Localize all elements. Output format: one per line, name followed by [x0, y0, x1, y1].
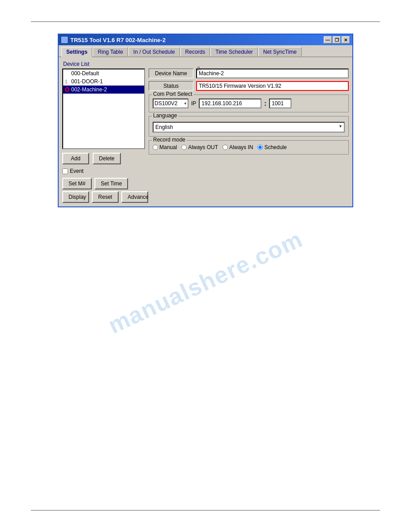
event-label: Event [70, 168, 84, 174]
device-item-0[interactable]: 000-Default [63, 69, 144, 77]
com-port-group-label: Com Port Select [152, 91, 193, 97]
radio-manual[interactable]: Manual [153, 144, 177, 150]
window-icon [61, 37, 68, 43]
tab-bar: Settings Ring Table In / Out Schedule Re… [59, 45, 352, 57]
display-button[interactable]: Display [62, 191, 89, 203]
record-mode-group: Record mode Manual Always OUT [149, 140, 349, 154]
ip-label: IP [191, 100, 196, 107]
device-name-label: Device Name [149, 69, 193, 78]
device-item-1[interactable]: 1 001-DOOR-1 [63, 77, 144, 86]
radio-always-out-label: Always OUT [188, 144, 218, 150]
bottom-btn-row-right: Display Reset Advance [62, 191, 145, 203]
main-window: TR515 Tool V1.6 R7 002-Machine-2 — ❐ ✕ S… [58, 34, 353, 207]
port-select-wrapper: DS100V2 COM1 COM2 COM3 [153, 99, 188, 108]
restore-button[interactable]: ❐ [333, 36, 341, 43]
tab-ring-table[interactable]: Ring Table [93, 47, 128, 56]
radio-schedule-label: Schedule [264, 144, 287, 150]
watermark: manualshere.com [104, 225, 307, 339]
set-m-button[interactable]: Set M# [62, 178, 92, 189]
delete-button[interactable]: Delete [93, 153, 121, 164]
event-row: Event [62, 168, 145, 174]
title-left: TR515 Tool V1.6 R7 002-Machine-2 [61, 37, 166, 43]
close-button[interactable]: ✕ [342, 36, 350, 43]
minimize-button[interactable]: — [324, 36, 332, 43]
language-group-label: Language [152, 112, 178, 119]
tab-in-out-schedule[interactable]: In / Out Schedule [128, 47, 180, 56]
status-input[interactable] [196, 81, 349, 91]
language-group: Language English Chinese Spanish [149, 116, 349, 137]
port-select[interactable]: DS100V2 COM1 COM2 COM3 [153, 99, 188, 108]
window-title: TR515 Tool V1.6 R7 002-Machine-2 [70, 37, 166, 43]
device-name-input[interactable] [196, 69, 349, 78]
advance-button[interactable]: Advance [121, 191, 148, 203]
event-checkbox-label[interactable]: Event [62, 168, 84, 174]
left-panel: 000-Default 1 001-DOOR-1 002-Machine-2 A… [62, 69, 145, 203]
tab-net-sync-time[interactable]: Net SyncTime [258, 47, 302, 56]
set-time-button[interactable]: Set Time [94, 178, 128, 189]
device-name-row: Device Name 2. [149, 69, 349, 78]
language-select-wrapper: English Chinese Spanish [153, 120, 345, 133]
port-input[interactable] [269, 99, 291, 108]
radio-always-out[interactable]: Always OUT [181, 144, 218, 150]
window-body: Device List 000-Default 1 001-DOOR-1 [59, 57, 352, 206]
title-bar: TR515 Tool V1.6 R7 002-Machine-2 — ❐ ✕ [59, 34, 352, 45]
selected-circle-icon [65, 87, 69, 92]
language-select[interactable]: English Chinese Spanish [153, 122, 345, 133]
add-delete-row: Add Delete [62, 153, 145, 164]
device-item-2-name: 002-Machine-2 [71, 86, 107, 93]
radio-always-out-input[interactable] [181, 145, 187, 150]
radio-schedule-input[interactable] [257, 145, 263, 150]
content-area: 000-Default 1 001-DOOR-1 002-Machine-2 A… [62, 69, 349, 203]
radio-schedule[interactable]: Schedule [257, 144, 287, 150]
status-label: Status [149, 81, 193, 91]
event-checkbox[interactable] [62, 168, 68, 174]
radio-manual-input[interactable] [153, 145, 158, 150]
port-separator: : [264, 100, 266, 107]
com-port-row: DS100V2 COM1 COM2 COM3 IP : [153, 99, 345, 108]
radio-always-in[interactable]: Always IN [223, 144, 253, 150]
device-list-box[interactable]: 000-Default 1 001-DOOR-1 002-Machine-2 [62, 69, 145, 149]
ip-input[interactable] [199, 99, 261, 108]
window-controls: — ❐ ✕ [324, 36, 350, 43]
reset-button[interactable]: Reset [92, 191, 119, 203]
record-mode-row: Manual Always OUT Always IN [153, 144, 345, 150]
radio-always-in-input[interactable] [223, 145, 228, 150]
device-item-1-num: 1 [65, 79, 70, 84]
top-rule [31, 21, 380, 22]
record-mode-label: Record mode [152, 137, 187, 143]
bottom-rule [31, 510, 380, 511]
com-port-group: Com Port Select DS100V2 COM1 COM2 COM3 [149, 94, 349, 112]
right-panel: Device Name 2. Status Com Port Select [149, 69, 349, 203]
add-button[interactable]: Add [62, 153, 89, 164]
device-item-1-name: 001-DOOR-1 [71, 78, 103, 85]
tab-settings[interactable]: Settings [61, 47, 92, 57]
status-row: Status [149, 81, 349, 91]
device-item-0-name: 000-Default [71, 70, 99, 77]
device-item-2[interactable]: 002-Machine-2 [63, 86, 144, 94]
tab-records[interactable]: Records [180, 47, 210, 56]
radio-always-in-label: Always IN [229, 144, 253, 150]
radio-manual-label: Manual [159, 144, 177, 150]
device-list-label: Device List [63, 61, 349, 67]
tab-time-scheduler[interactable]: Time Scheduler [210, 47, 258, 56]
label-2: 2. [197, 66, 201, 71]
bottom-btn-row-left: Set M# Set Time [62, 178, 145, 189]
